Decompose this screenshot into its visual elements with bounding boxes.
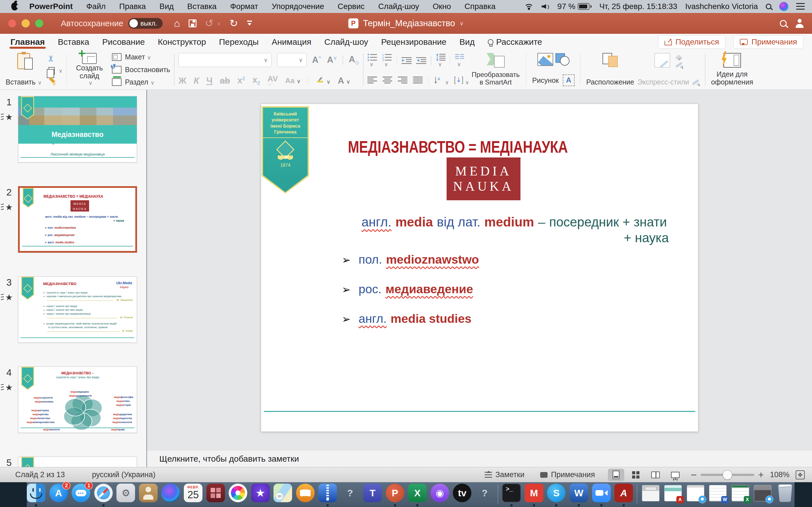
definition-line-2[interactable]: + наука xyxy=(624,230,669,245)
slide-thumbnail-5[interactable]: 5 xyxy=(0,457,146,467)
fit-slide-to-window-button[interactable]: ✥ xyxy=(796,470,805,480)
design-ideas-button[interactable]: Идеи для оформления xyxy=(709,52,755,87)
slide-editor-area[interactable]: Київський університетімені Бориса Грінче… xyxy=(147,90,812,450)
copy-button[interactable] xyxy=(47,67,63,75)
strikethrough-button[interactable]: ab xyxy=(220,76,230,85)
tab-design[interactable]: Конструктор xyxy=(151,34,213,50)
customize-toolbar-icon[interactable] xyxy=(246,20,253,26)
close-window-button[interactable] xyxy=(8,19,16,27)
autosave-toggle[interactable]: выкл. xyxy=(128,18,163,29)
slide-sorter-view-button[interactable] xyxy=(627,469,644,481)
dock-skype[interactable]: S xyxy=(547,484,566,507)
slide-thumbnail-4[interactable]: 4★ МЕДІАЗНАВСТВО – сукупність наук / зна… xyxy=(0,367,146,433)
font-size-combo[interactable] xyxy=(277,53,306,67)
format-painter-icon[interactable] xyxy=(49,78,56,86)
dock-podcasts[interactable]: ◉ xyxy=(430,484,449,507)
document-search-icon[interactable] xyxy=(780,20,786,27)
dock-acrobat[interactable]: A xyxy=(614,484,633,507)
transition-star-icon[interactable]: ★ xyxy=(5,112,13,122)
slide-thumbnail-2-selected[interactable]: 2★ МЕДІАЗНАВСТВО = МЕДІАНАУКА MEDIANAUKA… xyxy=(0,186,146,252)
dock-apple-tv[interactable]: tv xyxy=(453,484,472,507)
comments-toggle-icon[interactable] xyxy=(540,472,548,478)
user-menu[interactable]: Ivashchenko Victoria xyxy=(685,2,758,11)
font-name-combo[interactable] xyxy=(179,53,271,67)
wifi-icon[interactable] xyxy=(524,3,534,10)
quick-styles-button[interactable]: Экспресс-стили xyxy=(636,52,701,87)
arrange-button[interactable]: Расположение xyxy=(585,52,636,87)
dock-word[interactable]: W xyxy=(569,484,589,507)
new-slide-button[interactable]: Создать слайд xyxy=(71,52,108,87)
tab-tell-me[interactable]: Расскажите xyxy=(481,34,549,50)
convert-to-smartart-button[interactable]: Преобразовать в SmartArt xyxy=(469,52,522,87)
minimize-window-button[interactable] xyxy=(21,19,30,27)
align-center-button[interactable] xyxy=(383,76,392,85)
dock-mendeley[interactable]: M xyxy=(525,484,544,507)
dock-teams[interactable]: T xyxy=(363,484,382,507)
menu-tools[interactable]: Сервис xyxy=(331,0,371,13)
tab-review[interactable]: Рецензирование xyxy=(375,34,453,50)
menu-help[interactable]: Справка xyxy=(458,0,502,13)
dock-divider-1[interactable] xyxy=(498,484,499,507)
language-indicator[interactable]: русский (Украина) xyxy=(92,470,155,479)
tab-draw[interactable]: Рисование xyxy=(96,34,151,50)
zoom-slider[interactable] xyxy=(701,474,754,476)
menu-slideshow[interactable]: Слайд-шоу xyxy=(371,0,426,13)
document-title-area[interactable]: P Термін_Медіазнавство ∨ xyxy=(348,18,463,29)
clock[interactable]: Чт, 25 февр. 15:18:33 xyxy=(599,2,677,11)
paste-button[interactable]: Вставить xyxy=(4,52,43,87)
highlight-button[interactable] xyxy=(316,76,331,85)
transition-star-icon[interactable]: ★ xyxy=(5,383,13,392)
slide-canvas[interactable]: Київський університетімені Бориса Грінче… xyxy=(261,104,698,432)
dock-photos[interactable] xyxy=(229,484,248,507)
undo-chevron-icon[interactable]: ∨ xyxy=(217,20,221,27)
align-left-button[interactable] xyxy=(367,76,377,85)
comments-toggle[interactable]: Примечания xyxy=(551,470,595,479)
menu-view[interactable]: Вид xyxy=(153,0,181,13)
apple-menu-icon[interactable] xyxy=(11,3,18,10)
dock-calendar[interactable]: ФЕВР. 25 xyxy=(184,484,203,507)
dock-app-store[interactable]: A 2 xyxy=(49,484,68,507)
dock-maps[interactable] xyxy=(273,484,292,507)
notes-toggle[interactable]: Заметки xyxy=(495,470,524,479)
dock-doc-preview-word[interactable]: W xyxy=(709,484,727,507)
shape-fill-icon[interactable] xyxy=(675,55,682,61)
cut-icon[interactable]: ✂ xyxy=(46,55,56,62)
zoom-slider-knob[interactable] xyxy=(723,470,732,480)
dock-photo-booth[interactable] xyxy=(206,484,225,507)
tab-insert[interactable]: Вставка xyxy=(51,34,96,50)
italic-button[interactable]: К xyxy=(194,76,199,85)
dock-zoom[interactable] xyxy=(592,484,611,507)
zoom-level[interactable]: 108% xyxy=(770,470,790,479)
dock-excel[interactable]: X xyxy=(408,484,427,507)
font-color-button[interactable]: A xyxy=(338,76,350,85)
dock-unknown-app-1[interactable]: ? xyxy=(341,484,359,507)
dock-safari[interactable] xyxy=(94,484,113,507)
menu-window[interactable]: Окно xyxy=(426,0,458,13)
dock-unknown-app-2[interactable]: ? xyxy=(475,484,494,507)
section-button[interactable]: Раздел xyxy=(112,78,170,86)
transition-star-icon[interactable]: ★ xyxy=(5,202,13,212)
menu-arrange[interactable]: Упорядочение xyxy=(265,0,331,13)
slide-title[interactable]: МЕДІАЗНАВСТВО = МЕДІАНАУКА xyxy=(348,137,568,157)
layout-button[interactable]: Макет xyxy=(112,53,170,61)
menu-format[interactable]: Формат xyxy=(223,0,265,13)
picture-button[interactable]: РисунокA xyxy=(530,52,576,87)
decrease-font-icon[interactable]: A∨ xyxy=(327,55,337,64)
columns-button[interactable] xyxy=(455,54,464,68)
dock-finder[interactable] xyxy=(27,484,46,507)
dock-doc-preview-excel[interactable]: X xyxy=(731,484,750,507)
title-chevron-icon[interactable]: ∨ xyxy=(460,20,464,27)
dock-trash[interactable] xyxy=(776,484,795,507)
change-case-button[interactable]: Aa xyxy=(285,77,301,84)
comments-button[interactable]: Примечания xyxy=(733,35,804,49)
normal-view-button[interactable] xyxy=(608,469,624,481)
dock-terminal[interactable]: >_ xyxy=(502,484,521,507)
notification-center-icon[interactable] xyxy=(796,3,805,10)
dock-powerpoint[interactable]: P xyxy=(386,484,405,507)
tab-view[interactable]: Вид xyxy=(453,34,481,50)
reset-button[interactable]: Восстановить xyxy=(112,66,170,74)
home-icon[interactable]: ⌂ xyxy=(174,18,180,29)
menu-edit[interactable]: Правка xyxy=(112,0,153,13)
dock-divider-2[interactable] xyxy=(637,484,638,507)
undo-icon[interactable]: ↺ xyxy=(205,18,213,29)
